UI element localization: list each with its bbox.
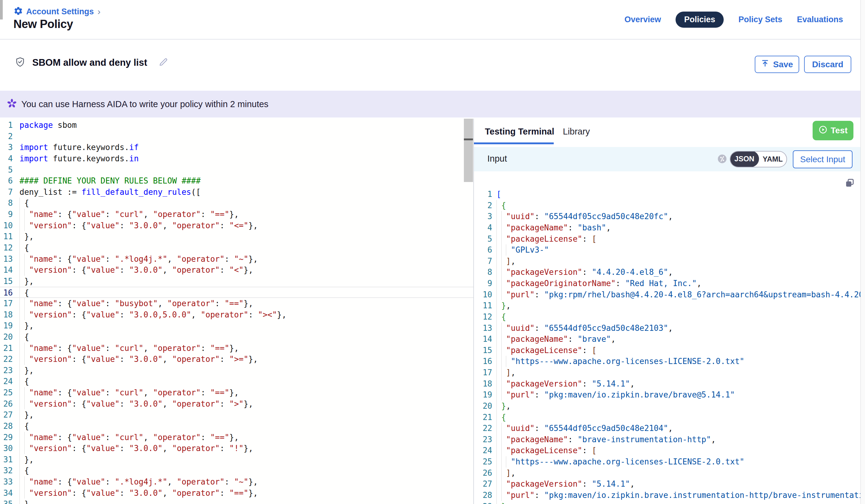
tab-testing-terminal[interactable]: Testing Terminal	[485, 127, 554, 137]
code-line: 22 "uuid": "65544df05cc9ad50c48e2104",	[474, 423, 861, 434]
test-button[interactable]: Test	[812, 121, 853, 140]
code-line: 8 "packageVersion": "4.4.20-4.el8_6",	[474, 267, 861, 278]
discard-button[interactable]: Discard	[804, 56, 851, 73]
code-line: 8 {	[0, 198, 473, 209]
code-line: 16 "https---www.apache.org-licenses-LICE…	[474, 356, 861, 367]
code-line: 12 {	[0, 242, 473, 254]
code-line: 25 "https---www.apache.org-licenses-LICE…	[474, 456, 861, 468]
shield-check-icon	[15, 57, 26, 69]
toggle-json[interactable]: JSON	[730, 151, 759, 167]
code-line: 33 "name": {"value": ".*log4j.*", "opera…	[0, 476, 473, 488]
top-nav: Overview Policies Policy Sets Evaluation…	[624, 11, 843, 28]
code-line: 5	[0, 164, 473, 176]
copy-icon[interactable]	[844, 178, 855, 190]
code-line: 14 "version": {"value": "3.0.0", "operat…	[0, 265, 473, 276]
code-line: 24 "packageLicense": [	[474, 445, 861, 456]
code-line: 7 ],	[474, 256, 861, 267]
settings-gear-icon	[13, 6, 23, 17]
code-line: 21 "name": {"value": "curl", "operator":…	[0, 343, 473, 354]
expression-icon[interactable]	[717, 154, 727, 165]
code-line: 35 },	[0, 499, 473, 504]
code-line: 20 },	[474, 400, 861, 412]
code-line: 16 {	[0, 287, 473, 298]
discard-label: Discard	[812, 60, 843, 69]
code-line: 21 {	[474, 412, 861, 423]
code-line: 12 {	[474, 311, 861, 323]
code-line: 34 "version": {"value": "3.0.0", "operat…	[0, 488, 473, 499]
nav-overview[interactable]: Overview	[624, 15, 661, 24]
code-line: 18 "version": {"value": "3.0.0,5.0.0", "…	[0, 309, 473, 320]
test-button-label: Test	[831, 126, 847, 136]
code-line: 23 },	[0, 365, 473, 376]
code-line: 26 ],	[474, 468, 861, 479]
code-line: 28 "purl": "pkg:maven/io.zipkin.brave.in…	[474, 490, 861, 501]
nav-policy-sets[interactable]: Policy Sets	[738, 15, 782, 24]
code-line: 9 "name": {"value": "curl", "operator": …	[0, 209, 473, 220]
code-line: 3 "uuid": "65544df05cc9ad50c48e20fc",	[474, 211, 861, 222]
toggle-yaml[interactable]: YAML	[759, 155, 786, 163]
code-line: 19 "purl": "pkg:maven/io.zipkin.brave/br…	[474, 389, 861, 400]
code-line: 32 {	[0, 465, 473, 476]
input-label: Input	[487, 154, 507, 164]
nav-evaluations[interactable]: Evaluations	[797, 15, 843, 24]
code-line: 2 {	[474, 200, 861, 211]
code-line: 26 "version": {"value": "3.0.0", "operat…	[0, 398, 473, 410]
policy-name: SBOM allow and deny list	[32, 57, 147, 68]
chevron-right-icon: ›	[97, 7, 101, 17]
code-line: 20 {	[0, 331, 473, 343]
code-line: 10 "purl": "pkg:rpm/rhel/bash@4.4.20-4.e…	[474, 289, 861, 301]
code-line: 22 "version": {"value": "3.0.0", "operat…	[0, 354, 473, 365]
code-line: 7deny_list := fill_default_deny_rules([	[0, 187, 473, 198]
code-line: 1[	[474, 189, 861, 200]
code-line: 27 },	[0, 409, 473, 421]
code-line: 17 ],	[474, 367, 861, 378]
select-input-label: Select Input	[800, 155, 845, 164]
breadcrumb: Account Settings ›	[13, 6, 101, 17]
editor-scrollbar[interactable]	[464, 119, 473, 182]
code-line: 6#### DEFINE YOUR DENY RULES BELOW ####	[0, 175, 473, 187]
window-edge	[0, 0, 3, 20]
aida-banner: You can use Harness AIDA to write your p…	[0, 91, 865, 117]
code-line: 6 "GPLv3-"	[474, 244, 861, 256]
nav-policies[interactable]: Policies	[676, 12, 724, 28]
code-line: 30 "version": {"value": "3.0.0", "operat…	[0, 443, 473, 454]
input-json-editor[interactable]: 1[2 {3 "uuid": "65544df05cc9ad50c48e20fc…	[474, 189, 861, 504]
code-line: 13 "name": {"value": ".*log4j.*", "opera…	[0, 254, 473, 265]
active-tab-underline	[474, 142, 554, 144]
terminal-tabs: Testing Terminal Library Test	[474, 119, 861, 147]
code-line: 18 "packageVersion": "5.14.1",	[474, 378, 861, 389]
code-line: 4 "packageName": "bash",	[474, 222, 861, 233]
format-toggle: JSON YAML	[730, 151, 787, 167]
aida-banner-text: You can use Harness AIDA to write your p…	[21, 99, 268, 109]
code-line: 10 "version": {"value": "3.0.0", "operat…	[0, 220, 473, 231]
code-line: 3import future.keywords.if	[0, 142, 473, 153]
cursor-position-marker	[464, 139, 473, 140]
code-line: 31 },	[0, 454, 473, 465]
code-line: 27 "packageVersion": "5.14.1",	[474, 478, 861, 490]
page-scrollbar[interactable]	[861, 0, 865, 504]
input-toolbar: Input JSON YAML Select Input	[474, 147, 861, 171]
code-line: 11 },	[0, 231, 473, 242]
code-line: 14 "packageName": "brave",	[474, 333, 861, 345]
code-line: 29 },	[474, 501, 861, 504]
code-line: 13 "uuid": "65544df05cc9ad50c48e2103",	[474, 323, 861, 334]
code-line: 1package sbom	[0, 120, 473, 131]
edit-pencil-icon[interactable]	[158, 57, 169, 69]
code-line: 11 },	[474, 300, 861, 311]
code-line: 9 "packageOriginatorName": "Red Hat, Inc…	[474, 278, 861, 289]
code-line: 4import future.keywords.in	[0, 153, 473, 164]
code-line: 5 "packageLicense": [	[474, 233, 861, 245]
testing-panel: Testing Terminal Library Test Input JSON…	[474, 119, 861, 504]
upload-icon	[761, 59, 769, 70]
page-title: New Policy	[13, 17, 73, 31]
policy-code-editor[interactable]: 1package sbom23import future.keywords.if…	[0, 119, 473, 504]
save-label: Save	[773, 60, 793, 69]
select-input-button[interactable]: Select Input	[793, 150, 853, 168]
policy-title-row: SBOM allow and deny list	[15, 57, 169, 69]
code-line: 15 "packageLicense": [	[474, 345, 861, 356]
code-line: 25 "name": {"value": "curl", "operator":…	[0, 387, 473, 398]
save-button[interactable]: Save	[755, 56, 799, 73]
breadcrumb-account-settings[interactable]: Account Settings	[26, 7, 94, 16]
tab-library[interactable]: Library	[563, 127, 590, 137]
aida-flower-icon	[7, 98, 17, 110]
